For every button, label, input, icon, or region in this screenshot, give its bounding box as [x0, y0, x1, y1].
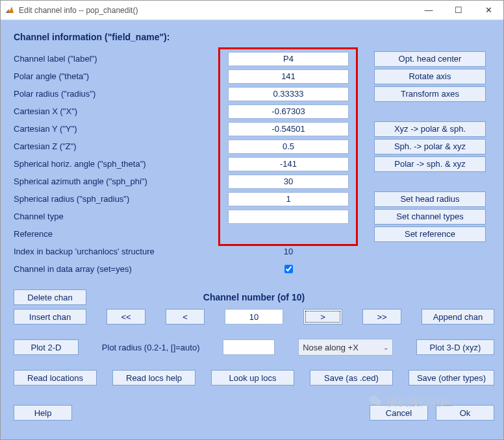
close-button[interactable]: ✕ — [473, 1, 503, 20]
input-y[interactable] — [228, 122, 349, 136]
insert-chan-button[interactable]: Insert chan — [14, 309, 86, 324]
label-backup-index: Index in backup 'urchanlocs' structure — [14, 247, 221, 256]
label-theta: Polar angle ("theta") — [14, 71, 221, 81]
input-channel-type[interactable] — [228, 210, 349, 224]
fields-heading: Channel information ("field_name"): — [14, 32, 494, 42]
prev-channel-button[interactable]: < — [166, 309, 205, 324]
label-channel-type: Channel type — [14, 212, 221, 221]
plot-radius-input[interactable] — [223, 339, 275, 355]
label-x: Cartesian X ("X") — [14, 106, 221, 116]
nose-direction-value: Nose along +X — [303, 343, 359, 352]
input-sph-phi[interactable] — [228, 175, 349, 189]
input-radius[interactable] — [228, 87, 349, 101]
xyz-polar-sph-button[interactable]: Xyz -> polar & sph. — [374, 121, 486, 137]
input-channel-label[interactable] — [228, 52, 349, 66]
polar-sph-xyz-button[interactable]: Polar -> sph. & xyz — [374, 156, 486, 172]
save-other-button[interactable]: Save (other types) — [409, 370, 494, 385]
read-locs-help-button[interactable]: Read locs help — [112, 370, 195, 385]
matlab-icon — [5, 5, 15, 16]
set-head-radius-button[interactable]: Set head radius — [374, 191, 486, 207]
titlebar: Edit channel info -- pop_chanedit() — ☐ … — [1, 1, 503, 20]
channel-number-input[interactable] — [225, 309, 283, 324]
first-channel-button[interactable]: << — [107, 309, 145, 324]
label-reference: Reference — [14, 229, 221, 239]
input-sph-theta[interactable] — [228, 157, 349, 171]
minimize-button[interactable]: — — [414, 1, 444, 20]
help-button[interactable]: Help — [14, 405, 72, 421]
last-channel-button[interactable]: >> — [362, 309, 401, 324]
label-y: Cartesian Y ("Y") — [14, 124, 221, 134]
label-in-array: Channel in data array (set=yes) — [14, 264, 221, 274]
plot-3d-button[interactable]: Plot 3-D (xyz) — [416, 339, 494, 355]
svg-point-0 — [370, 395, 378, 404]
label-sph-theta: Spherical horiz. angle ("sph_theta") — [14, 159, 221, 169]
window: Edit channel info -- pop_chanedit() — ☐ … — [0, 0, 504, 440]
delete-chan-button[interactable]: Delete chan — [14, 289, 86, 305]
input-z[interactable] — [228, 140, 349, 154]
append-chan-button[interactable]: Append chan — [422, 309, 494, 324]
transform-axes-button[interactable]: Transform axes — [374, 86, 486, 102]
rotate-axis-button[interactable]: Rotate axis — [374, 69, 486, 84]
sph-polar-xyz-button[interactable]: Sph. -> polar & xyz — [374, 139, 486, 154]
save-ced-button[interactable]: Save (as .ced) — [310, 370, 393, 385]
window-title: Edit channel info -- pop_chanedit() — [19, 6, 414, 15]
next-channel-button[interactable]: > — [303, 309, 342, 324]
read-locations-button[interactable]: Read locations — [14, 370, 97, 385]
channel-number-heading: Channel number (of 10) — [86, 292, 422, 302]
label-sph-radius: Spherical radius ("sph_radius") — [14, 194, 221, 204]
backup-index-value: 10 — [227, 247, 350, 256]
label-channel-label: Channel label ("label") — [14, 54, 221, 64]
opt-head-center-button[interactable]: Opt. head center — [374, 51, 486, 67]
chevron-down-icon: ⌄ — [383, 344, 388, 351]
label-radius: Polar radius ("radius") — [14, 89, 221, 99]
label-z: Cartesian Z ("Z") — [14, 141, 221, 151]
plot-radius-label: Plot radius (0.2-1, []=auto) — [102, 343, 200, 352]
input-theta[interactable] — [228, 69, 349, 84]
in-array-checkbox[interactable] — [284, 265, 293, 273]
set-reference-button[interactable]: Set reference — [374, 226, 486, 242]
set-channel-types-button[interactable]: Set channel types — [374, 209, 486, 225]
cancel-button[interactable]: Cancel — [370, 405, 428, 421]
label-sph-phi: Spherical azimuth angle ("sph_phi") — [14, 177, 221, 186]
input-sph-radius[interactable] — [228, 192, 349, 206]
nose-direction-dropdown[interactable]: Nose along +X ⌄ — [298, 339, 393, 356]
ok-button[interactable]: Ok — [436, 405, 494, 421]
look-up-locs-button[interactable]: Look up locs — [211, 370, 294, 385]
body: Channel information ("field_name"): Chan… — [1, 20, 503, 439]
maximize-button[interactable]: ☐ — [444, 1, 473, 20]
input-x[interactable] — [228, 104, 349, 119]
plot-2d-button[interactable]: Plot 2-D — [14, 339, 79, 355]
